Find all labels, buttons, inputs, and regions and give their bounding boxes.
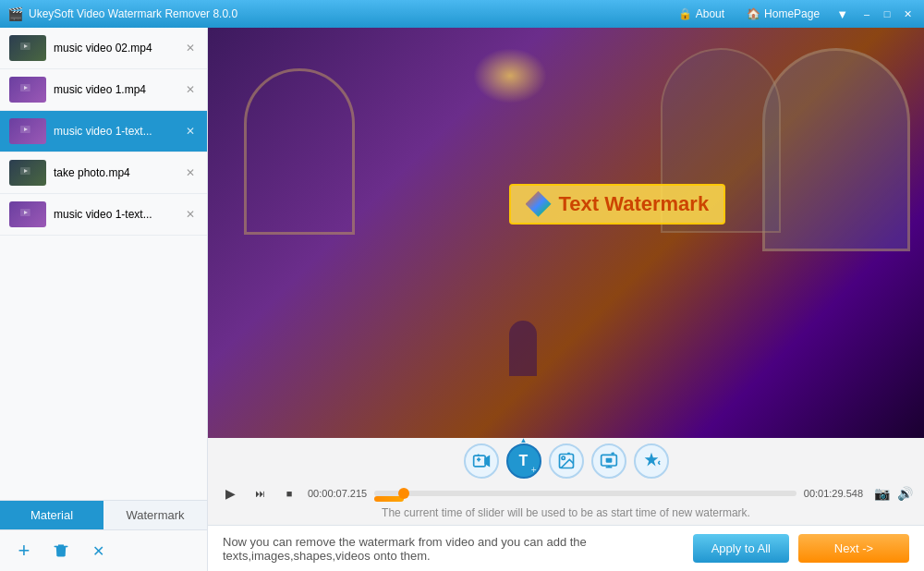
play-button[interactable]: ▶ (219, 482, 241, 504)
file-item-1[interactable]: music video 02.mp4✕ (0, 28, 207, 69)
volume-icon[interactable]: 🔊 (897, 486, 913, 501)
file-thumbnail (9, 35, 46, 61)
titlebar: 🎬 UkeySoft Video Watermark Remover 8.0.0… (0, 0, 924, 28)
apply-to-all-button[interactable]: Apply to All (693, 534, 789, 563)
playback-bar: ▶ ⏭ ■ 00:00:07.215 00:01:29.548 📷 🔊 (219, 482, 913, 504)
file-name-label: music video 1-text... (54, 208, 176, 221)
window-controls: – □ ✕ (857, 5, 917, 23)
stop-button[interactable]: ■ (278, 482, 300, 504)
watermark-overlay[interactable]: Text Watermark (509, 184, 726, 225)
svg-rect-15 (473, 456, 485, 467)
watermark-text-label: Text Watermark (559, 192, 710, 216)
minimize-button[interactable]: – (857, 5, 876, 23)
svg-line-31 (658, 463, 660, 465)
player-controls: T + (208, 438, 924, 525)
main-layout: music video 02.mp4✕music video 1.mp4✕mus… (0, 28, 924, 571)
effects-icon (634, 443, 669, 479)
watermark-diamond-icon (526, 191, 552, 217)
app-title: UkeySoft Video Watermark Remover 8.0.0 (29, 7, 673, 20)
close-button[interactable]: ✕ (898, 5, 917, 23)
file-close-button[interactable]: ✕ (183, 41, 198, 55)
arch-decoration-left (244, 68, 355, 235)
file-name-label: music video 1-text... (54, 125, 176, 138)
add-image-icon (549, 443, 584, 479)
file-item-2[interactable]: music video 1.mp4✕ (0, 69, 207, 111)
video-background: Text Watermark (208, 28, 924, 438)
file-item-4[interactable]: take photo.mp4✕ (0, 152, 207, 194)
add-file-button[interactable]: + (11, 538, 37, 564)
clear-button[interactable]: ✕ (85, 538, 111, 564)
file-item-5[interactable]: music video 1-text...✕ (0, 194, 207, 236)
file-thumbnail (9, 160, 46, 186)
status-text: Now you can remove the watermark from vi… (223, 535, 693, 563)
home-icon: 🏠 (747, 7, 760, 20)
file-thumbnail (9, 118, 46, 144)
total-time: 00:01:29.548 (804, 488, 863, 499)
svg-rect-27 (605, 458, 612, 463)
app-icon: 🎬 (7, 6, 23, 21)
sidebar: music video 02.mp4✕music video 1.mp4✕mus… (0, 28, 208, 571)
add-text-tool[interactable]: T + (506, 443, 541, 479)
file-name-label: music video 1.mp4 (54, 83, 176, 96)
tab-material[interactable]: Material (0, 501, 103, 529)
nav-buttons: 🔒 About 🏠 HomePage ▼ (673, 6, 848, 22)
file-close-button[interactable]: ✕ (183, 165, 198, 180)
progress-thumb[interactable] (398, 488, 409, 499)
tab-bar: Material Watermark (0, 500, 207, 530)
chandelier-glow (473, 48, 547, 103)
dropdown-icon[interactable]: ▼ (836, 7, 848, 21)
maximize-button[interactable]: □ (878, 5, 896, 23)
delete-file-button[interactable] (48, 538, 74, 564)
tab-watermark[interactable]: Watermark (103, 501, 207, 529)
next-button[interactable]: Next -> (798, 534, 909, 563)
lock-icon: 🔒 (678, 7, 692, 20)
screen-record-tool[interactable] (591, 443, 626, 479)
add-video-icon (464, 443, 499, 479)
file-thumbnail (9, 77, 46, 103)
file-thumbnail (9, 201, 46, 227)
add-video-tool[interactable] (464, 443, 499, 479)
video-preview: Text Watermark (208, 28, 924, 438)
about-button[interactable]: 🔒 About (673, 6, 730, 22)
bottom-bar: Now you can remove the watermark from vi… (208, 525, 924, 571)
add-image-tool[interactable] (549, 443, 584, 479)
file-list: music video 02.mp4✕music video 1.mp4✕mus… (0, 28, 207, 500)
screen-record-icon (591, 443, 626, 479)
svg-marker-16 (485, 456, 489, 466)
file-name-label: music video 02.mp4 (54, 42, 176, 55)
bottom-buttons: Apply to All Next -> (693, 534, 909, 563)
effects-tool[interactable] (634, 443, 669, 479)
file-close-button[interactable]: ✕ (183, 207, 198, 222)
trash-icon (53, 542, 69, 559)
file-name-label: take photo.mp4 (54, 166, 176, 179)
current-time: 00:00:07.215 (308, 488, 367, 499)
file-close-button[interactable]: ✕ (183, 82, 198, 97)
video-content: Text Watermark (208, 28, 924, 571)
screenshot-icon[interactable]: 📷 (874, 486, 890, 501)
figure-silhouette (509, 321, 537, 376)
svg-point-21 (562, 456, 565, 459)
tool-icons-row: T + (219, 443, 913, 479)
progress-background (374, 491, 796, 496)
file-close-button[interactable]: ✕ (183, 124, 198, 139)
step-forward-button[interactable]: ⏭ (249, 482, 271, 504)
sidebar-toolbar: + ✕ (0, 530, 207, 571)
add-text-icon: T + (506, 443, 541, 479)
file-item-3[interactable]: music video 1-text...✕ (0, 111, 207, 152)
progress-bar[interactable] (374, 491, 796, 496)
arch-decoration-right (762, 48, 910, 251)
homepage-button[interactable]: 🏠 HomePage (741, 6, 825, 22)
hint-text: The current time of slider will be used … (219, 504, 913, 521)
